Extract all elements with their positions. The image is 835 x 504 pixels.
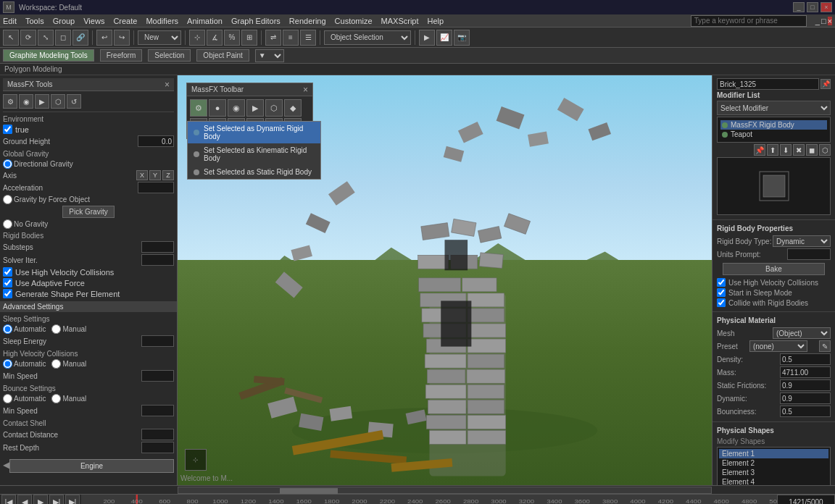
shape-item-3[interactable]: Element 3 — [719, 468, 828, 477]
tb-rotate[interactable]: ⟳ — [20, 30, 36, 46]
hvc-minspeed-input[interactable]: 0.0 — [141, 370, 174, 382]
mfx-tb-icon-6[interactable]: ◆ — [284, 99, 302, 117]
tab-graphite-modeling[interactable]: Graphite Modeling Tools — [3, 49, 94, 62]
maximize-btn[interactable]: □ — [807, 2, 818, 12]
bounciness-input[interactable] — [780, 406, 831, 417]
use-ground-collisions-cb[interactable] — [3, 125, 12, 134]
tab-object-paint[interactable]: Object Paint — [196, 49, 249, 62]
scroll-thumb[interactable] — [280, 488, 338, 494]
mod-icon-4[interactable]: ✖ — [793, 144, 805, 156]
tl-prev-key[interactable]: ◀ — [17, 495, 32, 505]
menu-dynamic-rigid-body[interactable]: Set Selected as Dynamic Rigid Body — [188, 122, 320, 143]
minimize-btn[interactable]: _ — [793, 2, 805, 12]
menu-graph-editors[interactable]: Graph Editors — [231, 17, 281, 25]
mfx-icon-2[interactable]: ◉ — [19, 94, 33, 109]
modifier-massfx[interactable]: MassFX Rigid Body — [720, 120, 827, 130]
bounce-auto[interactable] — [3, 394, 12, 403]
tb-mirror[interactable]: ⇌ — [265, 30, 281, 46]
mfx-icon-1[interactable]: ⚙ — [3, 94, 17, 109]
timeline-position[interactable]: 1421 / 5000 — [777, 495, 835, 505]
modifier-teapot[interactable]: Teapot — [720, 130, 827, 139]
search-input[interactable] — [691, 15, 807, 27]
close-btn[interactable]: × — [821, 2, 832, 12]
menu-edit[interactable]: Edit — [3, 17, 17, 25]
bounce-manual[interactable] — [51, 394, 61, 403]
solver-iter-input[interactable]: 30 — [141, 254, 174, 266]
ground-height-input[interactable] — [138, 135, 174, 147]
mfx-icon-4[interactable]: ⬡ — [51, 94, 65, 109]
tl-next-key[interactable]: ▶| — [49, 495, 64, 505]
scroll-track[interactable] — [178, 487, 712, 494]
tab-selection[interactable]: Selection — [148, 49, 191, 62]
adaptive-force-cb[interactable] — [3, 278, 12, 287]
menu-animation[interactable]: Animation — [187, 17, 223, 25]
bake-btn[interactable]: Bake — [723, 263, 825, 275]
engine-btn[interactable]: Engine — [9, 459, 174, 473]
menu-views[interactable]: Views — [83, 17, 104, 25]
tb-percent-snap[interactable]: % — [224, 30, 240, 46]
acceleration-input[interactable]: -386.221 — [138, 182, 174, 193]
tb-align[interactable]: ≡ — [283, 30, 299, 46]
panel-dropdown[interactable]: ▼ — [255, 49, 284, 62]
hvc-auto[interactable] — [3, 359, 12, 369]
bounce-minspeed-input[interactable]: 0.0 — [141, 405, 174, 416]
tb-link[interactable]: 🔗 — [72, 30, 88, 46]
modifier-list-dropdown[interactable]: Select Modifier — [717, 101, 831, 115]
massfx-tools-titlebar[interactable]: MassFX Tools × — [3, 78, 174, 91]
menu-group[interactable]: Group — [53, 17, 75, 25]
mfx-icon-5[interactable]: ↺ — [67, 94, 81, 109]
mini-btn[interactable]: _ — [815, 17, 820, 25]
viewport[interactable]: MassFX Toolbar × ⚙ ● ◉ ▶ ⬡ ◆ ▣ ⬤ ⊕ ✦ ⟳ ↺ — [178, 75, 712, 485]
substeps-input[interactable]: 3 — [141, 241, 174, 253]
directional-gravity-radio[interactable] — [3, 159, 12, 169]
menu-create[interactable]: Create — [113, 17, 137, 25]
massfx-tools-close[interactable]: × — [165, 80, 170, 90]
shape-item-1[interactable]: Element 1 — [719, 449, 828, 458]
sleep-manual[interactable] — [51, 324, 61, 334]
mfx-tb-icon-5[interactable]: ⬡ — [265, 99, 283, 117]
menu-modifiers[interactable]: Modifiers — [146, 17, 178, 25]
preset-edit-btn[interactable]: ✎ — [819, 340, 831, 352]
pin-icon[interactable]: 📌 — [821, 79, 831, 89]
rest-depth-input[interactable]: 0.039 — [141, 442, 174, 453]
static-friction-input[interactable] — [780, 379, 831, 391]
dynamic-input[interactable] — [780, 392, 831, 404]
menu-customize[interactable]: Customize — [335, 17, 373, 25]
high-velocity-cb[interactable] — [3, 267, 12, 277]
pick-gravity-btn[interactable]: Pick Gravity — [62, 206, 114, 218]
menu-kinematic-rigid-body[interactable]: Set Selected as Kinematic Rigid Body — [188, 143, 320, 165]
menu-maxscript[interactable]: MAXScript — [381, 17, 419, 25]
sleep-auto[interactable] — [3, 324, 12, 334]
massfx-toolbar-titlebar[interactable]: MassFX Toolbar × — [187, 83, 312, 96]
mod-icon-1[interactable]: 📌 — [754, 144, 765, 156]
hv-cb[interactable] — [717, 278, 726, 287]
x-btn[interactable]: × — [828, 17, 832, 25]
mfx-tb-icon-3[interactable]: ◉ — [228, 99, 245, 117]
sleep-mode-cb[interactable] — [717, 288, 726, 297]
timeline-track[interactable]: 200 400 600 800 1000 1200 1400 1600 1800… — [81, 495, 777, 505]
mfx-tb-icon-1[interactable]: ⚙ — [190, 99, 207, 117]
horizontal-scrollbar[interactable] — [0, 485, 835, 494]
shape-item-4[interactable]: Element 4 — [719, 477, 828, 485]
modifier-select[interactable]: Select Modifier — [718, 101, 830, 114]
generate-shape-cb[interactable] — [3, 289, 12, 298]
tl-prev-frame[interactable]: |◀ — [1, 495, 16, 505]
mod-icon-3[interactable]: ⬇ — [780, 144, 792, 156]
tb-play[interactable]: ▶ — [419, 30, 435, 46]
tb-camera[interactable]: 📷 — [454, 30, 470, 46]
tl-next-frame[interactable]: ▶| — [65, 495, 80, 505]
mode-dropdown[interactable]: New — [138, 30, 181, 45]
preset-select[interactable]: (none) — [749, 340, 807, 352]
menu-static-rigid-body[interactable]: Set Selected as Static Rigid Body — [188, 165, 320, 179]
axis-y[interactable]: Y — [149, 170, 161, 180]
mass-input[interactable] — [780, 366, 831, 378]
tb-redo[interactable]: ↪ — [114, 30, 130, 46]
shape-item-2[interactable]: Element 2 — [719, 458, 828, 468]
coord-dropdown[interactable]: Object Selection — [324, 30, 411, 45]
contact-dist-input[interactable]: 0.039 — [141, 429, 174, 440]
menu-rendering[interactable]: Rendering — [289, 17, 326, 25]
tb-scale[interactable]: ⤡ — [38, 30, 54, 46]
tb-graph[interactable]: 📈 — [436, 30, 452, 46]
viewport-gizmo[interactable]: ⊹ — [185, 449, 207, 471]
axis-z[interactable]: Z — [162, 170, 174, 180]
